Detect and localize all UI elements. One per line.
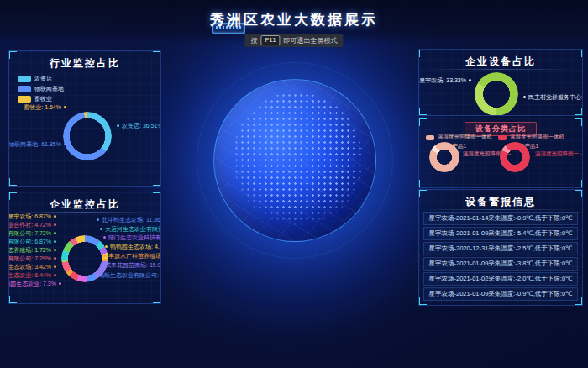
alarm-row: 星宇农场-2021-01-09采集温度:-5.4℃,低于下限:0℃ [423, 227, 578, 240]
panel-alarm-info: 设备警报信息 星宇农场-2021-01-14采集温度:-0.9℃,低于下限:0℃… [418, 189, 583, 306]
corner-decoration [8, 192, 17, 200]
legend-swatch [426, 135, 434, 140]
chart-label: 星宇农场: 33.33% [419, 76, 471, 84]
corner-decoration [418, 108, 427, 116]
alarm-row: 星宇农场-2021-01-14采集温度:-0.9℃,低于下限:0℃ [423, 212, 578, 225]
legend-swatch [18, 86, 31, 92]
chart-label: 国开发有限公司: 6.87% [8, 238, 56, 245]
chart-label: 颐顺生态农业有限公司: 6.87% [93, 271, 161, 279]
globe [213, 79, 376, 242]
panel-title: 设备警报信息 [419, 195, 582, 209]
page-title: 秀洲区农业大数据展示 [0, 10, 588, 29]
chart-label: 李强生态农场: 3.42% [8, 263, 56, 271]
corner-decoration [418, 180, 427, 188]
chart-label: 成果花园苗圃场: 15.02% [100, 261, 161, 269]
chart-label: 大运河生态农业有限责任公 [100, 225, 161, 233]
divider [423, 69, 578, 70]
corner-decoration [8, 178, 17, 187]
chart-label: 红梅园生态农业: 7.3% [8, 280, 61, 287]
corner-decoration [418, 49, 427, 57]
panel-equipment-classification: 设备分类占比 温湿度光照降雨一体机 一体机产品1 温湿度光照降雨一→ 温湿度光照… [418, 118, 583, 188]
divider [423, 209, 578, 210]
corner-decoration [8, 50, 17, 59]
legend-item-nongzidian[interactable]: 农资店 [18, 75, 52, 83]
corner-decoration [418, 189, 427, 197]
panel-title: 行业监控占比 [9, 56, 160, 71]
dashboard: 秀洲区农业大数据展示 按 F11 即可退出全屏模式 行业监控占比 农资店 物联网… [0, 0, 588, 368]
chart-label: 家庭农场有限公司: 7.72% [8, 229, 56, 237]
corner-decoration [575, 180, 583, 188]
tooltip-prefix: 按 [250, 36, 257, 45]
corner-decoration [575, 189, 583, 197]
classification-right-donut[interactable] [500, 142, 530, 172]
alarm-row: 星宇农场-2021-01-02采集温度:-2.0℃,低于下限:0℃ [423, 272, 578, 286]
panel-title: 企业监控占比 [9, 197, 160, 212]
industry-donut-chart[interactable] [63, 112, 112, 160]
corner-decoration [575, 49, 583, 57]
legend-swatch [18, 96, 31, 103]
alarm-row: 星宇农场-2021-01-09采集温度:-0.9℃,低于下限:0℃ [423, 287, 578, 301]
chart-label: 畜牧业: 1.64% [24, 103, 66, 111]
chart-label: 温湿度光照降雨一→ [535, 150, 583, 158]
chart-label: 农资店: 36.51% [117, 122, 161, 129]
chart-label: 中粮5年有限公司: 7.29% [8, 255, 56, 262]
equipment-donut-chart[interactable] [475, 72, 518, 116]
corner-decoration [8, 296, 17, 304]
legend-item-sensor-left[interactable]: 温湿度光照降雨一体机 [426, 134, 492, 141]
alarm-row: 星宇农场-2020-12-31采集温度:-2.5℃,低于下限:0℃ [423, 242, 578, 255]
corner-decoration [153, 192, 161, 200]
corner-decoration [575, 108, 583, 116]
tooltip-suffix: 即可退出全屏模式 [284, 36, 338, 45]
panel-industry-monitor: 行业监控占比 农资店 物联网基地 畜牧业 畜牧业: 1.64% 农资店: 36.… [8, 50, 161, 187]
corner-decoration [418, 118, 427, 126]
divider [13, 71, 156, 71]
f11-keycap: F11 [260, 35, 280, 45]
chart-label: 鸭鸭园生态农场: 4.29% [105, 243, 161, 250]
chart-label: 星宇农场: 6.87% [8, 213, 56, 220]
panel-enterprise-monitor: 企业监控占比 星宇农场: 6.87% 秀洲菊花专业合作社: 4.72% 家庭农场… [8, 192, 161, 304]
alarm-row: 星宇农场-2021-01-09采集温度:-3.8℃,低于下限:0℃ [423, 257, 578, 271]
corner-decoration [153, 50, 161, 59]
chart-label: 物联网基地: 61.85% [8, 140, 66, 148]
legend-item-xumuye[interactable]: 畜牧业 [18, 95, 52, 103]
chart-label: 秀洲菊花专业合作社: 4.72% [8, 221, 56, 229]
legend-swatch [498, 135, 507, 140]
corner-decoration [575, 118, 583, 126]
panel-title: 企业设备占比 [419, 55, 582, 69]
legend-item-wulianwang[interactable]: 物联网基地 [18, 85, 64, 93]
corner-decoration [153, 296, 161, 304]
chart-label: 陆门生态农业科技有限公 [103, 234, 161, 241]
chart-label: 上华生态养殖场: 1.72% [8, 246, 56, 254]
corner-decoration [153, 178, 161, 187]
legend-item-sensor-right[interactable]: 温湿度光照降雨一体机 [498, 134, 564, 141]
classification-left-donut[interactable] [429, 142, 459, 172]
chart-label: 北斗鸭生态农场: 11.36% [97, 216, 161, 223]
chart-label: 丰源水产种苗养殖场: 1. [103, 252, 161, 260]
globe-mesh-overlay [214, 80, 375, 241]
chart-label: 民主村党群服务中心: [523, 93, 583, 101]
chart-label: 仁丰生态农业: 6.44% [8, 271, 56, 279]
panel-equipment-ratio: 企业设备占比 星宇农场: 33.33% 民主村党群服务中心: [418, 49, 583, 116]
legend-swatch [18, 76, 31, 82]
fullscreen-tooltip: 按 F11 即可退出全屏模式 [244, 34, 343, 47]
